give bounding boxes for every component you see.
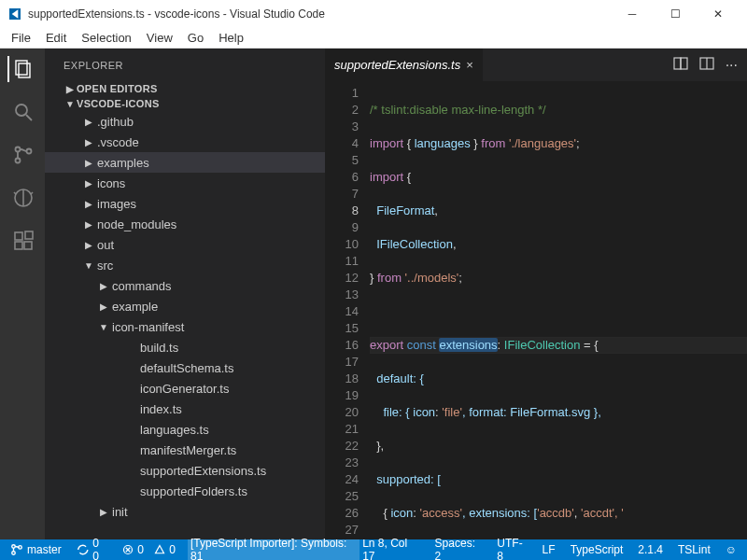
folder-init[interactable]: ▶init xyxy=(45,501,325,522)
status-spaces[interactable]: Spaces: 2 xyxy=(432,539,486,560)
chevron-right-icon: ▶ xyxy=(63,84,77,94)
titlebar: supportedExtensions.ts - vscode-icons - … xyxy=(0,0,747,28)
file-languages[interactable]: languages.ts xyxy=(45,419,325,440)
svg-rect-0 xyxy=(16,61,27,75)
close-icon[interactable]: × xyxy=(466,58,473,72)
status-position[interactable]: Ln 8, Col 17 xyxy=(359,539,422,560)
editor-group: supportedExtensions.ts × ··· 12345678910… xyxy=(325,49,747,539)
svg-line-9 xyxy=(14,192,16,194)
folder-commands[interactable]: ▶commands xyxy=(45,275,325,296)
status-sync[interactable]: 0 0 xyxy=(74,539,111,560)
debug-icon[interactable] xyxy=(9,185,35,211)
svg-point-19 xyxy=(12,545,16,549)
svg-rect-15 xyxy=(674,58,681,69)
svg-point-21 xyxy=(12,552,16,555)
sidebar: EXPLORER ▶OPEN EDITORS ▼VSCODE-ICONS ▶.g… xyxy=(45,49,325,539)
compare-icon[interactable] xyxy=(673,56,688,75)
chevron-down-icon: ▼ xyxy=(63,99,77,109)
file-build[interactable]: build.ts xyxy=(45,337,325,357)
svg-rect-14 xyxy=(25,231,33,239)
window-title: supportedExtensions.ts - vscode-icons - … xyxy=(28,7,611,21)
status-eol[interactable]: LF xyxy=(540,539,558,560)
extensions-icon[interactable] xyxy=(9,228,35,254)
menu-selection[interactable]: Selection xyxy=(74,29,138,47)
line-numbers: 1234567891011121314151617181920212223242… xyxy=(325,81,370,539)
sidebar-title: EXPLORER xyxy=(45,49,325,81)
vscode-icon xyxy=(7,7,22,21)
folder-example[interactable]: ▶example xyxy=(45,296,325,316)
status-errors[interactable]: 0 0 xyxy=(120,539,178,560)
status-encoding[interactable]: UTF-8 xyxy=(494,539,529,560)
status-branch[interactable]: master xyxy=(7,539,64,560)
svg-rect-13 xyxy=(24,242,32,249)
folder-icon-manifest[interactable]: ▼icon-manifest xyxy=(45,316,325,337)
menu-help[interactable]: Help xyxy=(211,29,251,47)
menubar: File Edit Selection View Go Help xyxy=(0,28,747,49)
svg-line-3 xyxy=(26,115,32,120)
statusbar: master 0 0 0 0 [TypeScript Importer]: Sy… xyxy=(0,539,747,560)
folder-github[interactable]: ▶.github xyxy=(45,111,325,132)
file-manifestMerger[interactable]: manifestMerger.ts xyxy=(45,440,325,460)
folder-node-modules[interactable]: ▶node_modules xyxy=(45,214,325,234)
tab-label: supportedExtensions.ts xyxy=(334,58,460,72)
svg-rect-1 xyxy=(19,63,30,77)
svg-rect-11 xyxy=(15,232,22,240)
editor-tabs: supportedExtensions.ts × ··· xyxy=(325,49,747,81)
svg-point-2 xyxy=(16,105,27,116)
project-header[interactable]: ▼VSCODE-ICONS xyxy=(45,96,325,111)
maximize-button[interactable]: ☐ xyxy=(654,0,697,28)
folder-src[interactable]: ▼src xyxy=(45,255,325,275)
explorer-icon[interactable] xyxy=(7,56,35,82)
file-defaultSchema[interactable]: defaultSchema.ts xyxy=(45,357,325,378)
menu-file[interactable]: File xyxy=(4,29,38,47)
folder-examples[interactable]: ▶examples xyxy=(45,152,325,173)
code-editor[interactable]: 1234567891011121314151617181920212223242… xyxy=(325,81,747,539)
folder-images[interactable]: ▶images xyxy=(45,193,325,214)
menu-view[interactable]: View xyxy=(139,29,180,47)
svg-rect-16 xyxy=(681,58,687,69)
folder-vscode[interactable]: ▶.vscode xyxy=(45,132,325,152)
close-button[interactable]: ✕ xyxy=(697,0,740,28)
tab-supportedExtensions[interactable]: supportedExtensions.ts × xyxy=(325,49,483,81)
svg-rect-12 xyxy=(15,242,22,249)
code-content[interactable]: /* tslint:disable max-line-length */ imp… xyxy=(370,81,747,539)
file-iconGenerator[interactable]: iconGenerator.ts xyxy=(45,378,325,399)
search-icon[interactable] xyxy=(9,99,35,125)
svg-point-5 xyxy=(27,149,32,154)
split-icon[interactable] xyxy=(699,56,714,75)
status-version[interactable]: 2.1.4 xyxy=(635,539,666,560)
menu-edit[interactable]: Edit xyxy=(38,29,74,47)
activitybar xyxy=(0,49,45,539)
file-index[interactable]: index.ts xyxy=(45,399,325,419)
source-control-icon[interactable] xyxy=(9,142,35,168)
minimize-button[interactable]: ─ xyxy=(611,0,654,28)
status-linter[interactable]: TSLint xyxy=(675,539,713,560)
file-supportedExtensions[interactable]: supportedExtensions.ts xyxy=(45,460,325,481)
open-editors-header[interactable]: ▶OPEN EDITORS xyxy=(45,81,325,96)
menu-go[interactable]: Go xyxy=(180,29,211,47)
svg-line-10 xyxy=(31,192,33,194)
svg-point-6 xyxy=(16,159,21,163)
feedback-icon[interactable]: ☺ xyxy=(723,539,740,560)
more-icon[interactable]: ··· xyxy=(726,57,738,74)
folder-out[interactable]: ▶out xyxy=(45,234,325,255)
file-supportedFolders[interactable]: supportedFolders.ts xyxy=(45,481,325,501)
status-ts-importer[interactable]: [TypeScript Importer]: Symbols: 81 xyxy=(188,539,359,560)
file-tree: ▶OPEN EDITORS ▼VSCODE-ICONS ▶.github ▶.v… xyxy=(45,81,325,539)
svg-point-4 xyxy=(16,147,21,152)
folder-icons[interactable]: ▶icons xyxy=(45,173,325,193)
status-language[interactable]: TypeScript xyxy=(568,539,627,560)
